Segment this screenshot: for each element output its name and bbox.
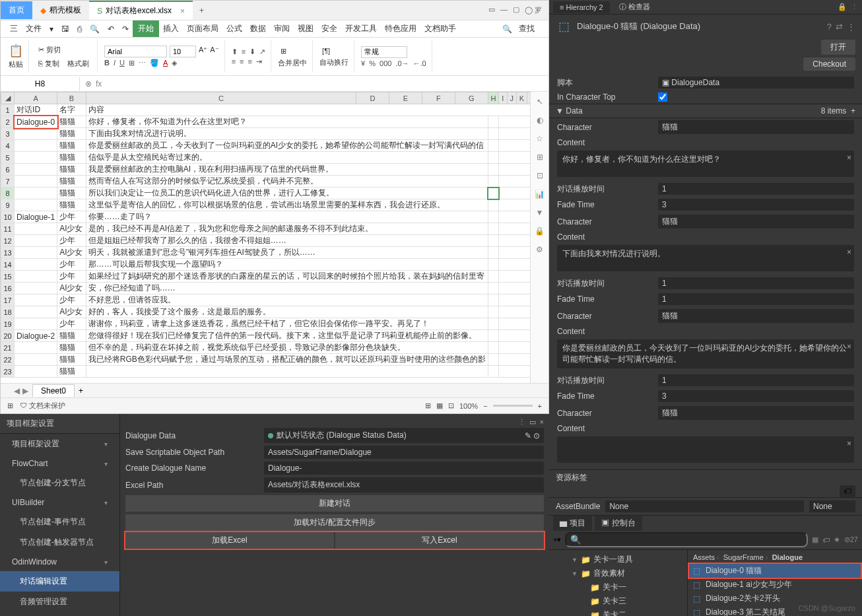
cell[interactable] bbox=[15, 271, 57, 283]
view-normal-icon[interactable]: ⊞ bbox=[425, 401, 431, 410]
remove-icon[interactable]: × bbox=[847, 248, 851, 257]
playtime-field[interactable]: 1 bbox=[658, 374, 854, 386]
write-excel-button[interactable]: 写入Excel bbox=[335, 532, 544, 549]
protect-status[interactable]: 🛡 文档未保护 bbox=[20, 401, 65, 411]
inc-decimal-icon[interactable]: .0→ bbox=[395, 59, 409, 67]
menu-icon[interactable]: ⋮ bbox=[851, 3, 858, 11]
cell[interactable] bbox=[15, 140, 57, 152]
cell[interactable]: 你要……走了吗？ bbox=[86, 211, 488, 223]
row-header[interactable]: 13 bbox=[1, 247, 15, 259]
wrap-button[interactable]: [¶] bbox=[319, 46, 348, 56]
content-field[interactable]: 下面由我来对情况进行说明。× bbox=[557, 245, 854, 271]
cell[interactable]: 猫猫 bbox=[57, 188, 86, 199]
zoom-out-icon[interactable]: − bbox=[483, 402, 487, 410]
maximize-icon[interactable]: ▭ bbox=[529, 418, 536, 427]
pagelayout-tab[interactable]: 页面布局 bbox=[183, 20, 222, 37]
cell[interactable]: 少年 bbox=[57, 211, 86, 223]
asset-item[interactable]: ⬚Dialogue-2关卡2开头 bbox=[689, 592, 861, 605]
cell[interactable]: AI少女 bbox=[57, 247, 86, 259]
col-header-a[interactable]: A bbox=[15, 92, 57, 104]
row-header[interactable]: 18 bbox=[1, 306, 15, 318]
cell[interactable]: 少年 bbox=[57, 271, 86, 283]
row-header[interactable]: 16 bbox=[1, 283, 15, 294]
special-tab[interactable]: 特色应用 bbox=[381, 20, 420, 37]
dialogue-data-field[interactable]: 默认对话状态 (Dialogue Status Data)✎ ⊙ bbox=[264, 428, 544, 443]
filter-icon[interactable]: ▼ bbox=[536, 208, 544, 217]
menu-icon[interactable]: ▭ bbox=[488, 5, 495, 15]
sidebar-flowchart[interactable]: FlowChart▾ bbox=[0, 454, 119, 473]
cell[interactable] bbox=[488, 306, 498, 318]
cell[interactable]: 少年 bbox=[57, 235, 86, 247]
close-icon[interactable]: × bbox=[180, 7, 185, 16]
inspector-tab[interactable]: ⓘ 检查器 bbox=[613, 0, 657, 14]
character-field[interactable]: 猫猫 bbox=[658, 215, 854, 228]
grid-icon[interactable]: ⊡ bbox=[537, 171, 543, 180]
row-header[interactable]: 17 bbox=[1, 294, 15, 306]
close-icon[interactable]: × bbox=[540, 418, 544, 427]
col-header-c[interactable]: C bbox=[86, 92, 356, 104]
cell[interactable] bbox=[488, 366, 498, 378]
cell[interactable] bbox=[15, 294, 57, 306]
cell[interactable]: 所以我们决定让一位员工的意识代码化进入信的世界，进行人工修复。 bbox=[86, 188, 488, 199]
row-header[interactable]: 3 bbox=[1, 128, 15, 140]
cell[interactable] bbox=[15, 354, 57, 366]
insert-tab[interactable]: 插入 bbox=[159, 20, 183, 37]
cell[interactable]: 少年 bbox=[57, 294, 86, 306]
assetbundle-variant[interactable]: None bbox=[809, 500, 855, 512]
save-icon[interactable]: ★ bbox=[834, 535, 840, 544]
dev-tab[interactable]: 开发工具 bbox=[341, 20, 381, 37]
percent-icon[interactable]: % bbox=[369, 59, 376, 67]
cell[interactable]: Dialogue-1 bbox=[15, 211, 57, 223]
table-icon[interactable]: ⊞ bbox=[537, 153, 543, 162]
cell[interactable]: 信似乎是从太空殖民站寄过来的。 bbox=[86, 152, 488, 164]
row-header[interactable]: 19 bbox=[1, 318, 15, 330]
orientation-icon[interactable]: ↗ bbox=[259, 48, 265, 56]
cell[interactable]: 猫猫 bbox=[57, 330, 86, 342]
cell[interactable]: 你好，修复者，你不知道为什么在这里对吧？ bbox=[86, 116, 488, 128]
add-sheet-button[interactable]: + bbox=[79, 386, 83, 395]
cell[interactable]: 但是姐姐已经帮我寄了那么久的信，我很舍不得姐姐…… bbox=[86, 235, 488, 247]
inchar-checkbox[interactable] bbox=[658, 92, 667, 102]
cell[interactable] bbox=[488, 152, 498, 164]
cell[interactable] bbox=[488, 342, 498, 354]
lock-icon[interactable]: 🔒 bbox=[838, 3, 847, 11]
security-tab[interactable]: 安全 bbox=[317, 20, 341, 37]
help-icon[interactable]: ? bbox=[827, 22, 832, 32]
cell[interactable]: 少年 bbox=[57, 318, 86, 330]
cell[interactable] bbox=[488, 164, 498, 176]
favorite-icon[interactable]: 🏷 bbox=[822, 536, 830, 544]
cell[interactable]: 猫猫 bbox=[57, 366, 86, 378]
cell[interactable]: 下面由我来对情况进行说明。 bbox=[86, 128, 488, 140]
chart-icon[interactable]: 📊 bbox=[535, 189, 545, 199]
cell[interactable]: 明天，我就被派遣到"思念号"银河列车担任AI驾驶员了，所以…… bbox=[86, 247, 488, 259]
preview-icon[interactable]: 🔍 bbox=[86, 22, 104, 36]
increase-font-icon[interactable]: A⁺ bbox=[199, 46, 207, 57]
cell[interactable] bbox=[86, 366, 488, 378]
template-tab[interactable]: ◆稻壳模板 bbox=[32, 1, 89, 19]
cell[interactable]: 猫猫 bbox=[57, 342, 86, 354]
create-name-field[interactable]: Dialogue- bbox=[264, 462, 544, 475]
data-tab[interactable]: 数据 bbox=[246, 20, 270, 37]
comma-icon[interactable]: 000 bbox=[380, 59, 391, 67]
format-painter[interactable]: 格式刷 bbox=[65, 57, 92, 70]
cell[interactable] bbox=[15, 306, 57, 318]
load-excel-button[interactable]: 加载Excel bbox=[125, 532, 334, 549]
cell[interactable] bbox=[15, 128, 57, 140]
cell[interactable]: AI少女 bbox=[57, 223, 86, 235]
cell[interactable]: AI少女 bbox=[57, 306, 86, 318]
cell[interactable] bbox=[15, 283, 57, 294]
row-header[interactable]: 2 bbox=[1, 116, 15, 128]
cell[interactable]: 然而寄信人在写这部分的时候似乎记忆系统受损，代码并不完整。 bbox=[86, 176, 488, 188]
breadcrumb[interactable]: Assets› SugarFrame› Dialogue bbox=[689, 551, 861, 564]
fontsize-select[interactable] bbox=[170, 46, 196, 57]
cell[interactable] bbox=[15, 152, 57, 164]
character-field[interactable]: 猫猫 bbox=[658, 309, 854, 323]
indent-icon[interactable]: ⇥ bbox=[256, 57, 262, 66]
sync-config-button[interactable]: 加载对话/配置文件同步 bbox=[125, 514, 544, 531]
italic-icon[interactable]: I bbox=[114, 59, 116, 67]
remove-icon[interactable]: × bbox=[847, 153, 851, 162]
row-header[interactable]: 7 bbox=[1, 176, 15, 188]
sidebar-dialog-edit[interactable]: 对话编辑设置 bbox=[0, 571, 119, 592]
row-header[interactable]: 9 bbox=[1, 199, 15, 211]
fadetime-field[interactable]: 3 bbox=[658, 390, 854, 402]
